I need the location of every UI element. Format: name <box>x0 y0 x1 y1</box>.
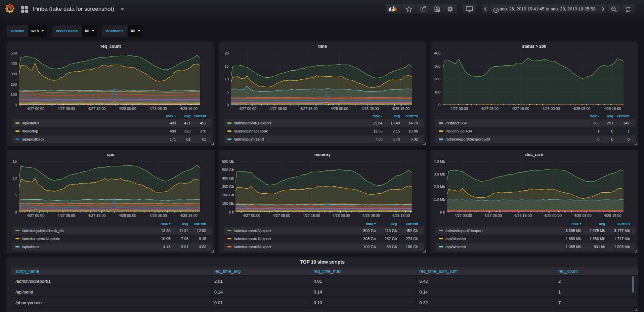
svg-text:4/27 00:00: 4/27 00:00 <box>455 213 472 218</box>
svg-text:200: 200 <box>11 82 17 86</box>
svg-text:300 Gb: 300 Gb <box>222 185 234 189</box>
svg-text:300: 300 <box>434 64 440 68</box>
svg-text:4/28 00:00: 4/28 00:00 <box>119 213 136 218</box>
svg-text:4/27 16:00: 4/27 16:00 <box>88 213 105 218</box>
svg-text:500: 500 <box>11 51 17 55</box>
svg-text:4/28 08:00: 4/28 08:00 <box>362 213 380 218</box>
svg-text:600 Gb: 600 Gb <box>222 159 234 163</box>
svg-text:100: 100 <box>434 90 440 94</box>
svg-text:4/27 08:00: 4/27 08:00 <box>269 107 287 111</box>
svg-text:400: 400 <box>11 62 17 66</box>
svg-text:4/28 16:00: 4/28 16:00 <box>604 107 621 111</box>
svg-text:0: 0 <box>438 103 440 107</box>
svg-text:4/27 00:00: 4/27 00:00 <box>239 107 256 111</box>
svg-text:20: 20 <box>225 51 229 55</box>
svg-text:4/28 00:00: 4/28 00:00 <box>119 107 136 111</box>
svg-text:4/27 00:00: 4/27 00:00 <box>243 213 260 218</box>
svg-text:400: 400 <box>434 51 440 55</box>
svg-text:4/28 08:00: 4/28 08:00 <box>574 213 592 218</box>
svg-text:4/28 16:00: 4/28 16:00 <box>392 213 410 218</box>
svg-text:4/28 00:00: 4/28 00:00 <box>333 213 350 218</box>
svg-text:5: 5 <box>227 90 229 94</box>
svg-text:4/27 08:00: 4/27 08:00 <box>57 107 75 111</box>
svg-text:4/27 08:00: 4/27 08:00 <box>484 213 502 218</box>
svg-text:300: 300 <box>11 72 17 76</box>
svg-text:5: 5 <box>15 193 17 197</box>
svg-text:4/28 16:00: 4/28 16:00 <box>604 213 621 218</box>
svg-text:4.0 Mb: 4.0 Mb <box>434 159 445 163</box>
svg-text:10: 10 <box>13 176 17 180</box>
svg-text:4/28 00:00: 4/28 00:00 <box>543 107 560 111</box>
svg-text:4/28 08:00: 4/28 08:00 <box>149 213 167 218</box>
svg-text:0 b: 0 b <box>229 210 234 214</box>
svg-text:4/27 16:00: 4/27 16:00 <box>303 213 320 218</box>
svg-text:4/27 08:00: 4/27 08:00 <box>481 107 499 111</box>
svg-text:4/28 08:00: 4/28 08:00 <box>361 107 379 111</box>
svg-text:2.0 Mb: 2.0 Mb <box>434 185 445 189</box>
svg-text:4/28 16:00: 4/28 16:00 <box>180 107 198 111</box>
svg-text:15: 15 <box>225 64 229 68</box>
svg-text:4/27 16:00: 4/27 16:00 <box>300 107 317 111</box>
svg-text:4/28 00:00: 4/28 00:00 <box>544 213 562 218</box>
svg-text:200: 200 <box>434 77 440 81</box>
svg-text:0: 0 <box>15 103 17 107</box>
svg-text:0: 0 <box>227 103 229 107</box>
svg-text:1.0 Mb: 1.0 Mb <box>434 197 445 201</box>
svg-text:4/28 16:00: 4/28 16:00 <box>392 107 410 111</box>
svg-text:4/27 00:00: 4/27 00:00 <box>27 213 44 218</box>
svg-text:100: 100 <box>11 92 17 96</box>
svg-text:100 Gb: 100 Gb <box>222 201 234 205</box>
svg-text:400 Gb: 400 Gb <box>222 176 234 180</box>
svg-text:4/28 00:00: 4/28 00:00 <box>331 107 348 111</box>
svg-text:10: 10 <box>225 77 229 81</box>
svg-text:0 b: 0 b <box>440 210 445 214</box>
svg-text:4/27 00:00: 4/27 00:00 <box>450 107 468 111</box>
svg-text:4/28 16:00: 4/28 16:00 <box>180 213 198 218</box>
svg-text:4/27 08:00: 4/27 08:00 <box>57 213 75 218</box>
svg-text:4/28 08:00: 4/28 08:00 <box>149 107 167 111</box>
svg-text:4/28 08:00: 4/28 08:00 <box>573 107 591 111</box>
svg-text:3.0 Mb: 3.0 Mb <box>434 172 445 176</box>
svg-text:4/27 08:00: 4/27 08:00 <box>273 213 290 218</box>
svg-text:15: 15 <box>13 159 17 163</box>
svg-text:500 Gb: 500 Gb <box>222 168 234 172</box>
svg-text:4/27 00:00: 4/27 00:00 <box>27 107 44 111</box>
svg-text:4/27 16:00: 4/27 16:00 <box>512 107 529 111</box>
svg-text:4/27 16:00: 4/27 16:00 <box>514 213 532 218</box>
svg-text:4/27 16:00: 4/27 16:00 <box>88 107 105 111</box>
svg-text:0: 0 <box>15 210 17 214</box>
svg-text:200 Gb: 200 Gb <box>222 193 234 197</box>
